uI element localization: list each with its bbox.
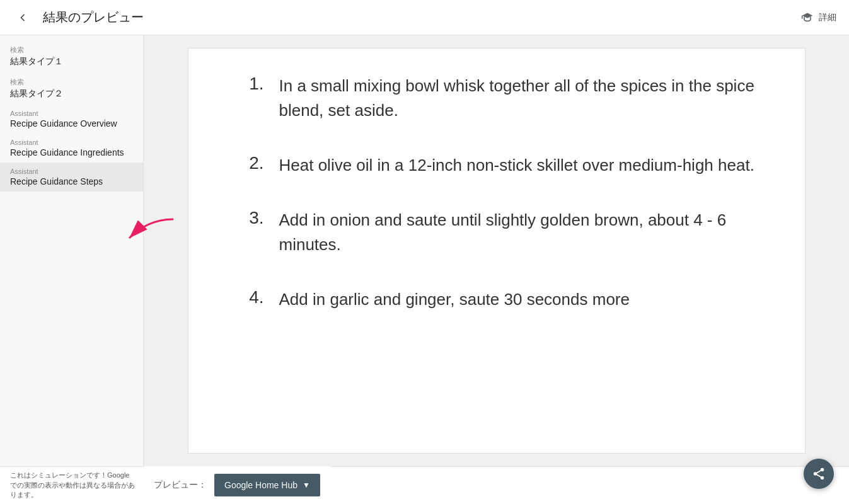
- page-title: 結果のプレビュー: [43, 9, 144, 26]
- header-right: 詳細: [801, 11, 836, 24]
- svg-line-5: [817, 471, 821, 473]
- svg-point-1: [821, 468, 824, 472]
- svg-point-3: [821, 476, 824, 480]
- step-text: Add in onion and saute until slightly go…: [279, 208, 767, 257]
- chevron-down-icon: ▼: [303, 481, 310, 490]
- svg-line-4: [817, 474, 821, 477]
- step-number: 4.: [226, 287, 264, 312]
- step-number: 1.: [226, 74, 264, 123]
- sidebar-item-result-type-1[interactable]: 検索 結果タイプ１: [0, 40, 143, 72]
- sidebar-label-4: Recipe Guidance Ingredients: [10, 147, 133, 158]
- step-text: Heat olive oil in a 12-inch non-stick sk…: [279, 153, 754, 178]
- content-area: 1. In a small mixing bowl whisk together…: [144, 35, 849, 466]
- sidebar-category-3: Assistant: [10, 110, 133, 117]
- sidebar: 検索 結果タイプ１ 検索 結果タイプ２ Assistant Recipe Gui…: [0, 35, 144, 466]
- header: 結果のプレビュー 詳細: [0, 0, 849, 35]
- sidebar-item-recipe-overview[interactable]: Assistant Recipe Guidance Overview: [0, 105, 143, 134]
- graduation-cap-icon: [801, 11, 814, 24]
- device-label: Google Home Hub: [224, 480, 297, 490]
- svg-point-2: [814, 472, 817, 476]
- footer: これはシミュレーションです！Googleでの実際の表示や動作は異なる場合がありま…: [0, 466, 849, 504]
- sidebar-category-4: Assistant: [10, 139, 133, 146]
- share-icon: [812, 467, 826, 481]
- device-select-button[interactable]: Google Home Hub ▼: [214, 474, 320, 496]
- sidebar-label-1: 結果タイプ１: [10, 56, 133, 67]
- step-text: Add in garlic and ginger, saute 30 secon…: [279, 287, 630, 312]
- step-number: 3.: [226, 208, 264, 257]
- main-layout: 検索 結果タイプ１ 検索 結果タイプ２ Assistant Recipe Gui…: [0, 35, 849, 466]
- preview-bar: プレビュー： Google Home Hub ▼: [144, 466, 330, 504]
- sidebar-label-2: 結果タイプ２: [10, 88, 133, 100]
- back-button[interactable]: [13, 8, 33, 28]
- step-item: 4. Add in garlic and ginger, saute 30 se…: [226, 287, 767, 312]
- detail-link[interactable]: 詳細: [819, 12, 836, 23]
- sidebar-category-5: Assistant: [10, 168, 133, 175]
- footer-note: これはシミュレーションです！Googleでの実際の表示や動作は異なる場合がありま…: [10, 471, 136, 500]
- sidebar-item-recipe-steps[interactable]: Assistant Recipe Guidance Steps: [0, 163, 143, 192]
- step-item: 2. Heat olive oil in a 12-inch non-stick…: [226, 153, 767, 178]
- sidebar-label-5: Recipe Guidance Steps: [10, 176, 133, 186]
- share-button[interactable]: [804, 459, 834, 489]
- sidebar-category-1: 検索: [10, 45, 133, 55]
- sidebar-item-recipe-ingredients[interactable]: Assistant Recipe Guidance Ingredients: [0, 134, 143, 163]
- sidebar-item-result-type-2[interactable]: 検索 結果タイプ２: [0, 72, 143, 105]
- preview-label: プレビュー：: [154, 479, 207, 491]
- preview-card: 1. In a small mixing bowl whisk together…: [188, 48, 806, 454]
- step-item: 1. In a small mixing bowl whisk together…: [226, 74, 767, 123]
- step-item: 3. Add in onion and saute until slightly…: [226, 208, 767, 257]
- sidebar-category-2: 検索: [10, 77, 133, 87]
- step-number: 2.: [226, 153, 264, 178]
- header-left: 結果のプレビュー: [13, 8, 144, 28]
- sidebar-label-3: Recipe Guidance Overview: [10, 118, 133, 129]
- step-text: In a small mixing bowl whisk together al…: [279, 74, 767, 123]
